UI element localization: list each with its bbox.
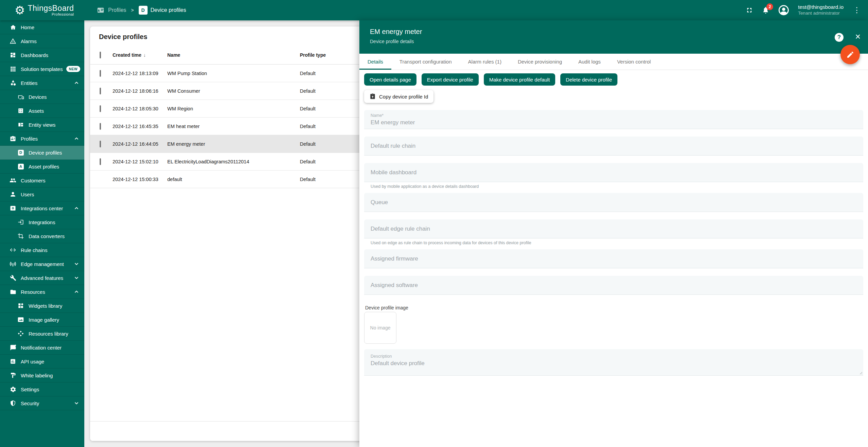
sidebar-item-label: Customers xyxy=(21,178,46,183)
fullscreen-icon[interactable] xyxy=(745,6,754,15)
sidebar-item-api-usage[interactable]: API usage xyxy=(0,355,84,369)
column-header-name[interactable]: Name xyxy=(167,52,300,58)
sidebar-item-integrations[interactable]: Integrations xyxy=(0,215,84,229)
sidebar-item-home[interactable]: Home xyxy=(0,20,84,34)
copy-device-profile-id-button[interactable]: Copy device profile Id xyxy=(364,90,433,103)
sidebar-item-entity-views[interactable]: Entity views xyxy=(0,118,84,132)
sidebar-item-data-converters[interactable]: Data converters xyxy=(0,229,84,243)
sidebar-item-white-labeling[interactable]: White labeling xyxy=(0,369,84,382)
help-icon[interactable]: ? xyxy=(835,33,844,42)
queue-field[interactable]: Queue xyxy=(364,193,863,212)
sidebar-item-label: Profiles xyxy=(21,136,38,142)
tab-version-control[interactable]: Version control xyxy=(609,54,659,70)
sidebar-item-asset-profiles[interactable]: AAsset profiles xyxy=(0,160,84,174)
cell-name: WM Consumer xyxy=(167,88,300,94)
sidebar-item-device-profiles[interactable]: DDevice profiles xyxy=(0,146,84,160)
edit-fab-button[interactable] xyxy=(840,45,860,64)
field-hint: Used on edge as rule chain to process in… xyxy=(364,240,863,246)
notification-center-icon xyxy=(10,344,16,351)
sidebar-item-image-gallery[interactable]: Image gallery xyxy=(0,313,84,327)
select-all-checkbox[interactable] xyxy=(100,52,101,58)
tab-alarm-rules-1-[interactable]: Alarm rules (1) xyxy=(460,54,510,70)
sidebar-item-profiles[interactable]: Profiles xyxy=(0,132,84,146)
tab-audit-logs[interactable]: Audit logs xyxy=(570,54,609,70)
edge-management-icon xyxy=(10,261,16,267)
sidebar-item-label: Edge management xyxy=(21,261,64,267)
export-device-profile-button[interactable]: Export device profile xyxy=(422,73,479,86)
sidebar-item-customers[interactable]: Customers xyxy=(0,174,84,187)
asset-profiles-letter-icon: A xyxy=(17,163,24,170)
device-profile-image-dropzone[interactable]: No image xyxy=(364,312,396,344)
new-badge: NEW xyxy=(66,66,80,72)
tab-transport-configuration[interactable]: Transport configuration xyxy=(391,54,460,70)
column-header-created-time[interactable]: Created time↓ xyxy=(113,52,167,58)
description-field[interactable]: Description Default device profile xyxy=(364,349,863,376)
cell-name: EL ElectricityLoadDiagrams20112014 xyxy=(167,159,300,164)
sidebar-item-label: Asset profiles xyxy=(29,164,59,169)
row-checkbox[interactable] xyxy=(100,88,101,94)
chevron-up-icon xyxy=(73,205,80,211)
notifications-bell-icon[interactable]: 2 xyxy=(761,6,770,15)
app-logo[interactable]: ⚙ ThingsBoard Professional xyxy=(0,4,84,16)
row-checkbox[interactable] xyxy=(100,141,101,147)
sidebar-item-label: API usage xyxy=(21,359,44,364)
sidebar-item-advanced-features[interactable]: Advanced features xyxy=(0,271,84,285)
sidebar-item-security[interactable]: Security xyxy=(0,396,84,410)
open-details-page-button[interactable]: Open details page xyxy=(364,73,416,86)
user-email: test@thingsboard.io xyxy=(798,4,844,10)
sidebar-item-edge-management[interactable]: Edge management xyxy=(0,257,84,271)
mobile-dashboard-field[interactable]: Mobile dashboard xyxy=(364,163,863,182)
delete-device-profile-button[interactable]: Delete device profile xyxy=(560,73,617,86)
more-menu-icon[interactable]: ⋮ xyxy=(851,6,863,15)
assigned-firmware-field[interactable]: Assigned firmware xyxy=(364,249,863,268)
sidebar-item-entities[interactable]: Entities xyxy=(0,76,84,90)
clipboard-icon xyxy=(370,93,376,100)
cell-created-time: 2024-12-12 16:44:05 xyxy=(113,141,167,147)
sidebar-item-resources[interactable]: Resources xyxy=(0,285,84,299)
sidebar-item-label: Notification center xyxy=(21,345,62,351)
cell-name: EM heat meter xyxy=(167,124,300,129)
sidebar-item-label: Integrations center xyxy=(21,205,63,211)
api-usage-icon xyxy=(10,358,16,365)
cell-name: WM Region xyxy=(167,106,300,111)
sidebar-item-dashboards[interactable]: Dashboards xyxy=(0,48,84,62)
assigned-software-field[interactable]: Assigned software xyxy=(364,276,863,295)
sidebar-item-resources-library[interactable]: Resources library xyxy=(0,327,84,341)
sidebar-item-widgets-library[interactable]: Widgets library xyxy=(0,299,84,313)
sidebar-item-devices[interactable]: Devices xyxy=(0,90,84,104)
sidebar-item-users[interactable]: Users xyxy=(0,187,84,201)
device-profile-image-label: Device profile image xyxy=(364,305,863,310)
cell-created-time: 2024-12-12 15:00:33 xyxy=(113,177,167,182)
name-field[interactable]: Name* EM energy meter xyxy=(364,110,863,129)
user-info[interactable]: test@thingsboard.io Tenant administrator xyxy=(798,4,844,16)
row-checkbox[interactable] xyxy=(100,123,101,130)
tab-device-provisioning[interactable]: Device provisioning xyxy=(510,54,570,70)
sidebar-item-assets[interactable]: Assets xyxy=(0,104,84,118)
close-icon[interactable]: × xyxy=(855,32,861,42)
advanced-features-icon xyxy=(10,274,16,281)
device-profiles-letter-icon: D xyxy=(17,149,24,156)
integrations-icon xyxy=(17,219,24,226)
sidebar-item-alarms[interactable]: Alarms xyxy=(0,34,84,48)
row-checkbox[interactable] xyxy=(100,105,101,112)
make-device-profile-default-button[interactable]: Make device profile default xyxy=(484,73,555,86)
sort-desc-icon: ↓ xyxy=(143,52,146,58)
chevron-up-icon xyxy=(73,289,80,295)
row-checkbox[interactable] xyxy=(100,70,101,77)
default-edge-rule-chain-field[interactable]: Default edge rule chain xyxy=(364,219,863,238)
description-value: Default device profile xyxy=(371,360,857,367)
sidebar-item-integrations-center[interactable]: Integrations center xyxy=(0,201,84,215)
entity-views-icon xyxy=(17,121,24,128)
sidebar-item-solution-templates[interactable]: Solution templatesNEW xyxy=(0,62,84,76)
avatar[interactable] xyxy=(778,4,790,16)
row-checkbox[interactable] xyxy=(100,158,101,165)
breadcrumb-profiles[interactable]: Profiles xyxy=(96,6,126,15)
pencil-icon xyxy=(846,51,854,59)
breadcrumb-device-profiles[interactable]: D Device profiles xyxy=(139,6,186,15)
sidebar-item-rule-chains[interactable]: Rule chains xyxy=(0,243,84,257)
default-rule-chain-field[interactable]: Default rule chain xyxy=(364,137,863,156)
sidebar-item-settings[interactable]: Settings xyxy=(0,382,84,396)
sidebar-item-notification-center[interactable]: Notification center xyxy=(0,341,84,355)
sidebar-item-label: Image gallery xyxy=(29,317,59,323)
tab-details[interactable]: Details xyxy=(359,54,391,70)
